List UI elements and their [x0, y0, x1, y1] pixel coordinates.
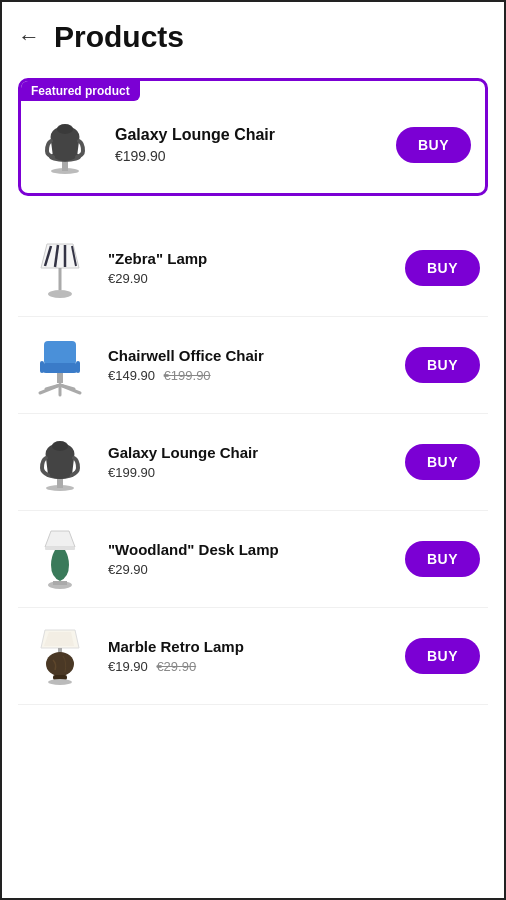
featured-badge: Featured product: [21, 81, 140, 101]
svg-rect-19: [40, 361, 44, 373]
product-name-galaxy: Galaxy Lounge Chair: [108, 444, 405, 461]
main-content: Featured product: [2, 68, 504, 735]
product-info-marble: Marble Retro Lamp €19.90 €29.90: [108, 638, 405, 674]
list-item: "Zebra" Lamp €29.90 BUY: [18, 220, 488, 317]
list-item: Chairwell Office Chair €149.90 €199.90 B…: [18, 317, 488, 414]
svg-rect-13: [57, 373, 63, 383]
list-item: Galaxy Lounge Chair €199.90 BUY: [18, 414, 488, 511]
featured-buy-button[interactable]: BUY: [396, 127, 471, 163]
product-image-zebra-lamp: [26, 234, 94, 302]
svg-rect-11: [44, 341, 76, 365]
svg-point-24: [52, 441, 68, 451]
list-item: "Woodland" Desk Lamp €29.90 BUY: [18, 511, 488, 608]
product-price-chairwell: €149.90 €199.90: [108, 368, 405, 383]
svg-rect-20: [76, 361, 80, 373]
product-info-zebra-lamp: "Zebra" Lamp €29.90: [108, 250, 405, 286]
product-image-galaxy: [26, 428, 94, 496]
list-item: Marble Retro Lamp €19.90 €29.90 BUY: [18, 608, 488, 705]
svg-marker-25: [45, 531, 75, 547]
product-price-galaxy: €199.90: [108, 465, 405, 480]
product-image-chairwell: [26, 331, 94, 399]
product-name-zebra-lamp: "Zebra" Lamp: [108, 250, 405, 267]
featured-product-name: Galaxy Lounge Chair: [115, 126, 396, 144]
featured-product-info: Galaxy Lounge Chair €199.90: [115, 126, 396, 164]
svg-rect-28: [53, 581, 67, 585]
product-image-woodland: [26, 525, 94, 593]
svg-rect-12: [42, 363, 78, 373]
product-image-marble: [26, 622, 94, 690]
svg-point-32: [46, 652, 74, 676]
svg-rect-26: [45, 547, 75, 550]
product-price-marble: €19.90 €29.90: [108, 659, 405, 674]
product-name-marble: Marble Retro Lamp: [108, 638, 405, 655]
product-info-chairwell: Chairwell Office Chair €149.90 €199.90: [108, 347, 405, 383]
featured-product-row: Galaxy Lounge Chair €199.90 BUY: [21, 111, 485, 179]
svg-line-18: [60, 385, 74, 389]
buy-button-chairwell[interactable]: BUY: [405, 347, 480, 383]
product-list: "Zebra" Lamp €29.90 BUY: [18, 220, 488, 705]
svg-point-10: [48, 290, 72, 298]
svg-point-34: [48, 679, 72, 685]
page-title: Products: [54, 20, 184, 54]
featured-product-price: €199.90: [115, 148, 396, 164]
product-price-zebra-lamp: €29.90: [108, 271, 405, 286]
svg-rect-9: [59, 268, 62, 290]
buy-button-marble[interactable]: BUY: [405, 638, 480, 674]
buy-button-galaxy[interactable]: BUY: [405, 444, 480, 480]
svg-point-3: [57, 124, 73, 134]
buy-button-woodland[interactable]: BUY: [405, 541, 480, 577]
svg-line-17: [46, 385, 60, 389]
product-name-woodland: "Woodland" Desk Lamp: [108, 541, 405, 558]
featured-card: Featured product: [18, 78, 488, 196]
buy-button-zebra-lamp[interactable]: BUY: [405, 250, 480, 286]
product-price-woodland: €29.90: [108, 562, 405, 577]
product-name-chairwell: Chairwell Office Chair: [108, 347, 405, 364]
svg-marker-30: [44, 632, 74, 646]
back-button[interactable]: ←: [18, 26, 40, 48]
header: ← Products: [2, 2, 504, 68]
product-info-galaxy: Galaxy Lounge Chair €199.90: [108, 444, 405, 480]
featured-product-image: [31, 111, 99, 179]
product-info-woodland: "Woodland" Desk Lamp €29.90: [108, 541, 405, 577]
